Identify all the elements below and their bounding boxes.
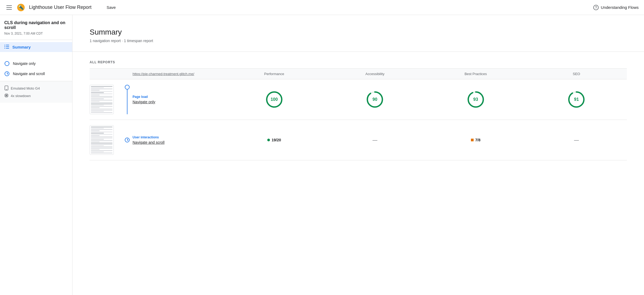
row2-best-practices: 7/8 xyxy=(425,138,526,142)
seo-score-circle: 91 xyxy=(568,91,585,108)
sidebar-device-info: Emulated Moto G4 xyxy=(0,81,72,103)
device-slowdown: 4x slowdown xyxy=(4,92,68,99)
row1-performance: 100 xyxy=(224,91,325,108)
accessibility-score-circle: 90 xyxy=(366,91,383,108)
content-area: Summary 1 navigation report · 1 timespan… xyxy=(72,15,644,295)
table-header: https://pie-charmed-treatment.glitch.me/… xyxy=(90,69,627,79)
sidebar-project: CLS during navigation and on scroll Nov … xyxy=(0,15,72,40)
best-practices-score-circle: 93 xyxy=(467,91,484,108)
save-button[interactable]: Save xyxy=(104,4,118,11)
all-reports-label: ALL REPORTS xyxy=(90,60,627,64)
summary-section: Summary 1 navigation report · 1 timespan… xyxy=(72,15,644,52)
list-icon xyxy=(4,45,9,49)
ts-accessibility-dash: — xyxy=(372,137,377,143)
sidebar: CLS during navigation and on scroll Nov … xyxy=(0,15,72,295)
sidebar-nav: Summary xyxy=(0,40,72,54)
ts-orange-square xyxy=(471,139,474,141)
summary-label: Summary xyxy=(12,45,31,49)
row1-connector-line xyxy=(127,90,128,114)
th-best-practices: Best Practices xyxy=(425,72,526,76)
thumbnail-navigate-only xyxy=(90,85,114,114)
svg-point-3 xyxy=(5,45,5,46)
row2-seo: — xyxy=(526,137,627,143)
project-date: Nov 3, 2021, 7:00 AM CDT xyxy=(4,32,68,35)
clock-circle-icon xyxy=(5,71,9,76)
summary-sub: 1 navigation report · 1 timespan report xyxy=(90,39,627,43)
lighthouse-logo-icon: 🔦 xyxy=(17,4,25,11)
th-performance: Performance xyxy=(224,72,325,76)
svg-point-5 xyxy=(5,48,5,49)
svg-rect-9 xyxy=(6,95,7,96)
ts-best-practices-score: 7/8 xyxy=(471,138,480,142)
row2-accessibility: — xyxy=(325,137,426,143)
row2-clock-icon xyxy=(125,138,130,142)
svg-point-4 xyxy=(5,46,5,47)
row1-nav-icon xyxy=(125,85,130,90)
seo-score-value: 91 xyxy=(574,97,579,102)
th-seo: SEO xyxy=(526,72,627,76)
svg-rect-7 xyxy=(6,90,7,90)
row1-accessibility: 90 xyxy=(325,91,426,108)
row1-seo: 91 xyxy=(526,91,627,108)
understanding-flows-label: Understanding Flows xyxy=(601,5,639,10)
svg-rect-1 xyxy=(6,46,9,47)
report-row-navigate-scroll: User interactions Navigate and scroll 19… xyxy=(90,120,627,160)
row1-name[interactable]: Navigate only xyxy=(133,100,224,104)
row2-name[interactable]: Navigate and scroll xyxy=(133,140,224,145)
sidebar-flow-item-navigate-only[interactable]: Navigate only xyxy=(4,58,68,69)
th-url: https://pie-charmed-treatment.glitch.me/ xyxy=(133,72,224,76)
ts-green-dot xyxy=(267,139,270,141)
cpu-icon xyxy=(4,93,9,98)
row1-connector xyxy=(122,85,133,114)
help-icon: ? xyxy=(593,5,599,10)
understanding-flows-link[interactable]: ? Understanding Flows xyxy=(593,5,639,10)
row2-type: User interactions xyxy=(133,135,224,139)
sidebar-flow-label-navigate-scroll: Navigate and scroll xyxy=(13,72,45,76)
row2-info: User interactions Navigate and scroll xyxy=(133,135,224,145)
main-layout: CLS during navigation and on scroll Nov … xyxy=(0,15,644,295)
nav-circle-icon xyxy=(5,61,9,66)
ts-seo-dash: — xyxy=(574,137,579,143)
app-header: 🔦 Lighthouse User Flow Report Save ? Und… xyxy=(0,0,644,15)
phone-icon xyxy=(4,86,9,91)
ts-performance-score: 19/20 xyxy=(267,138,281,142)
reports-section: ALL REPORTS https://pie-charmed-treatmen… xyxy=(72,52,644,169)
svg-rect-0 xyxy=(6,45,9,45)
app-title: Lighthouse User Flow Report xyxy=(29,5,92,10)
row2-connector xyxy=(122,125,133,155)
sidebar-item-summary[interactable]: Summary xyxy=(0,42,72,52)
th-accessibility: Accessibility xyxy=(325,72,426,76)
menu-icon[interactable] xyxy=(5,4,13,11)
project-title: CLS during navigation and on scroll xyxy=(4,20,68,30)
performance-score-value: 100 xyxy=(270,97,278,102)
ts-performance-value: 19/20 xyxy=(272,138,281,142)
flow-list: Navigate only Navigate and scroll xyxy=(0,54,72,79)
accessibility-score-value: 90 xyxy=(372,97,377,102)
ts-best-practices-value: 7/8 xyxy=(475,138,480,142)
device-emulation: Emulated Moto G4 xyxy=(4,84,68,92)
flow-connector-1 xyxy=(4,61,10,66)
best-practices-score-value: 93 xyxy=(473,97,478,102)
performance-score-circle: 100 xyxy=(266,91,283,108)
row1-best-practices: 93 xyxy=(425,91,526,108)
summary-heading: Summary xyxy=(90,28,627,36)
svg-rect-2 xyxy=(6,48,9,49)
row1-type: Page load xyxy=(133,95,224,99)
url-link[interactable]: https://pie-charmed-treatment.glitch.me/ xyxy=(133,72,194,76)
slowdown-label: 4x slowdown xyxy=(11,94,31,98)
sidebar-flow-label-navigate-only: Navigate only xyxy=(13,61,36,66)
header-left: 🔦 Lighthouse User Flow Report Save xyxy=(5,4,118,11)
thumbnail-navigate-scroll xyxy=(90,125,114,155)
row1-info: Page load Navigate only xyxy=(133,95,224,104)
flow-connector-2 xyxy=(4,71,10,76)
sidebar-flow-item-navigate-scroll[interactable]: Navigate and scroll xyxy=(4,69,68,79)
row2-performance: 19/20 xyxy=(224,138,325,142)
report-row-navigate-only: Page load Navigate only 100 xyxy=(90,79,627,120)
device-label: Emulated Moto G4 xyxy=(11,86,40,90)
